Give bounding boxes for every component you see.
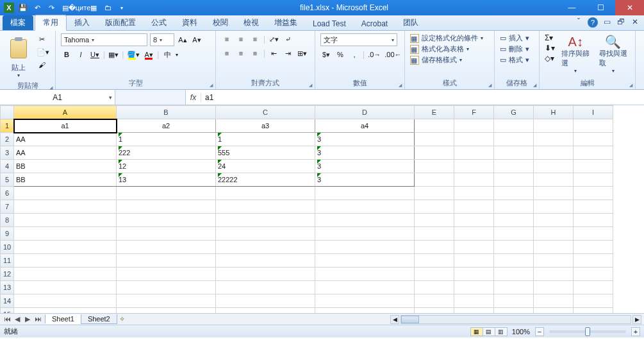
cell[interactable] (216, 200, 315, 214)
cell[interactable] (534, 294, 574, 308)
cell[interactable] (216, 294, 315, 308)
tab-loadtest[interactable]: Load Test (305, 17, 354, 30)
new-sheet-icon[interactable]: ✧ (119, 315, 125, 323)
cell[interactable] (14, 200, 117, 214)
cell[interactable] (117, 281, 216, 294)
cell[interactable] (216, 187, 315, 200)
delete-cells-button[interactable]: ▭ 刪除 ▾ (500, 44, 529, 54)
cell[interactable] (14, 214, 117, 227)
view-pagebreak-icon[interactable]: ▥ (495, 327, 508, 336)
cell[interactable] (574, 294, 613, 308)
tab-file[interactable]: 檔案 (3, 15, 33, 30)
minimize-ribbon-icon[interactable]: ˇ (574, 17, 584, 28)
col-header-D[interactable]: D (315, 106, 415, 119)
formula-input[interactable]: a1 (201, 93, 644, 102)
cell[interactable] (574, 173, 613, 187)
cell[interactable]: a4 (315, 119, 415, 133)
cell[interactable] (415, 173, 454, 187)
cell[interactable]: a1 (14, 119, 117, 133)
cell[interactable] (494, 200, 534, 214)
cell[interactable] (14, 281, 117, 294)
cell[interactable] (494, 146, 534, 160)
cell[interactable] (534, 254, 574, 268)
shrink-font-icon[interactable]: A▾ (191, 34, 202, 46)
cell[interactable] (415, 187, 454, 200)
qat-icon[interactable]: �ците (74, 3, 85, 13)
sheet-nav-prev-icon[interactable]: ◀ (13, 315, 22, 323)
align-center-icon[interactable]: ≡ (235, 47, 247, 59)
tab-pagelayout[interactable]: 版面配置 (97, 15, 144, 30)
format-as-table-button[interactable]: ▦格式化為表格▾ (410, 44, 469, 54)
cell[interactable] (494, 173, 534, 187)
cell[interactable]: 555 (216, 146, 315, 160)
cell[interactable] (415, 254, 454, 268)
cell[interactable] (574, 119, 613, 133)
font-color-icon[interactable]: A▾ (143, 49, 154, 60)
cell[interactable] (574, 308, 613, 314)
cell[interactable]: 222 (117, 146, 216, 160)
close-button[interactable]: ✕ (615, 0, 644, 15)
cell[interactable] (454, 294, 494, 308)
name-box[interactable]: A1 ▾ (0, 90, 115, 105)
cell[interactable] (494, 214, 534, 227)
cell[interactable] (14, 308, 117, 314)
row-header[interactable]: 8 (1, 214, 14, 227)
bold-button[interactable]: B (61, 49, 72, 60)
cell[interactable] (216, 214, 315, 227)
cell-styles-button[interactable]: ▦儲存格樣式▾ (410, 55, 462, 65)
redo-icon[interactable]: ↷ (46, 3, 56, 13)
cell[interactable]: 24 (216, 160, 315, 173)
cell[interactable] (454, 133, 494, 146)
cell[interactable] (315, 308, 415, 314)
fill-color-icon[interactable]: 🪣▾ (126, 49, 140, 60)
copy-icon[interactable]: 📄▾ (36, 46, 50, 58)
row-header[interactable]: 13 (1, 281, 14, 294)
cell[interactable]: 3 (315, 133, 415, 146)
cell[interactable] (415, 200, 454, 214)
cell[interactable] (315, 241, 415, 254)
cell[interactable] (454, 268, 494, 281)
row-header[interactable]: 11 (1, 254, 14, 268)
cell[interactable]: a3 (216, 119, 315, 133)
border-icon[interactable]: ▦▾ (108, 49, 119, 60)
col-header-B[interactable]: B (117, 106, 216, 119)
worksheet-grid[interactable]: A B C D E F G H I 1a1a2a3a42AA1133AA2225… (0, 105, 644, 313)
decrease-indent-icon[interactable]: ⇤ (268, 47, 279, 59)
cell[interactable] (415, 146, 454, 160)
cell[interactable] (494, 160, 534, 173)
tab-formulas[interactable]: 公式 (144, 15, 174, 30)
align-top-icon[interactable]: ≡ (221, 33, 233, 45)
cell[interactable] (574, 214, 613, 227)
cell[interactable] (454, 281, 494, 294)
cell[interactable] (574, 160, 613, 173)
cell[interactable] (415, 308, 454, 314)
cell[interactable] (534, 160, 574, 173)
cell[interactable] (454, 227, 494, 241)
cell[interactable] (494, 227, 534, 241)
comma-format-icon[interactable]: , (349, 49, 360, 60)
cell[interactable] (534, 187, 574, 200)
cell[interactable]: BB (14, 160, 117, 173)
cell[interactable] (14, 268, 117, 281)
cell[interactable] (216, 227, 315, 241)
row-header[interactable]: 12 (1, 268, 14, 281)
autosum-icon[interactable]: Σ▾ (545, 33, 555, 42)
cell[interactable] (574, 187, 613, 200)
cell[interactable] (415, 160, 454, 173)
cell[interactable] (315, 227, 415, 241)
maximize-button[interactable]: ☐ (586, 0, 615, 15)
cell[interactable] (534, 119, 574, 133)
cell[interactable]: 1 (216, 133, 315, 146)
cell[interactable] (315, 200, 415, 214)
row-header[interactable]: 3 (1, 146, 14, 160)
cell[interactable] (315, 214, 415, 227)
cell[interactable]: 3 (315, 160, 415, 173)
cell[interactable] (534, 308, 574, 314)
cell[interactable] (574, 241, 613, 254)
cell[interactable] (117, 227, 216, 241)
cell[interactable] (534, 241, 574, 254)
tab-review[interactable]: 校閱 (205, 15, 236, 30)
hscroll-left-icon[interactable]: ◀ (390, 315, 399, 324)
cell[interactable] (14, 187, 117, 200)
qat-more-icon[interactable]: ▾ (117, 3, 127, 13)
